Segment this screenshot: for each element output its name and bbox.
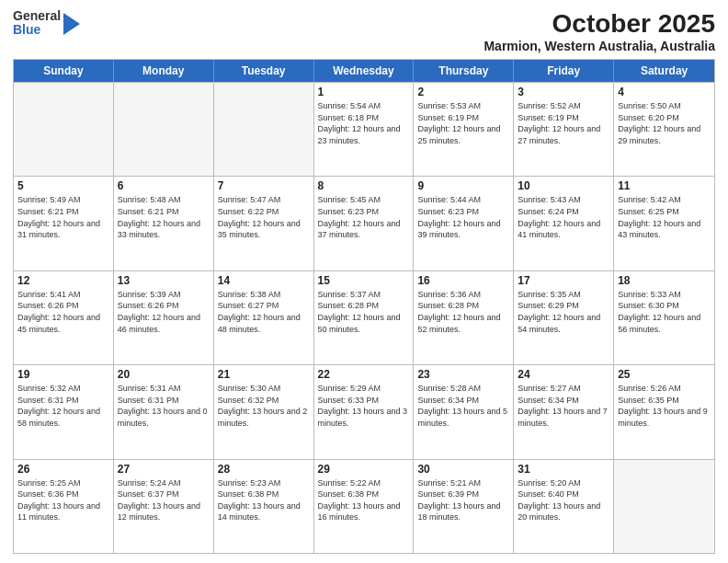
weekday-header: Wednesday — [314, 60, 415, 82]
cell-day-number: 23 — [417, 368, 509, 381]
cell-info: Sunrise: 5:26 AMSunset: 6:35 PMDaylight:… — [618, 383, 711, 429]
cell-info: Sunrise: 5:30 AMSunset: 6:32 PMDaylight:… — [218, 383, 310, 429]
cell-day-number: 18 — [618, 274, 711, 287]
cell-info: Sunrise: 5:21 AMSunset: 6:39 PMDaylight:… — [417, 477, 509, 523]
cell-day-number: 10 — [518, 179, 609, 192]
cell-info: Sunrise: 5:27 AMSunset: 6:34 PMDaylight:… — [518, 383, 609, 429]
calendar-cell: 1Sunrise: 5:54 AMSunset: 6:18 PMDaylight… — [314, 83, 415, 176]
calendar-header: SundayMondayTuesdayWednesdayThursdayFrid… — [14, 60, 714, 82]
calendar-cell — [14, 83, 114, 176]
cell-info: Sunrise: 5:54 AMSunset: 6:18 PMDaylight:… — [318, 100, 410, 146]
cell-info: Sunrise: 5:24 AMSunset: 6:37 PMDaylight:… — [118, 477, 210, 523]
cell-day-number: 13 — [118, 274, 210, 287]
calendar-cell: 29Sunrise: 5:22 AMSunset: 6:38 PMDayligh… — [314, 460, 415, 553]
cell-info: Sunrise: 5:52 AMSunset: 6:19 PMDaylight:… — [518, 100, 609, 146]
calendar-cell: 13Sunrise: 5:39 AMSunset: 6:26 PMDayligh… — [114, 271, 214, 364]
calendar-row: 26Sunrise: 5:25 AMSunset: 6:36 PMDayligh… — [14, 459, 714, 553]
cell-info: Sunrise: 5:50 AMSunset: 6:20 PMDaylight:… — [618, 100, 711, 146]
cell-info: Sunrise: 5:43 AMSunset: 6:24 PMDaylight:… — [518, 194, 609, 240]
cell-info: Sunrise: 5:53 AMSunset: 6:19 PMDaylight:… — [417, 100, 509, 146]
calendar-cell — [114, 83, 214, 176]
cell-day-number: 4 — [618, 86, 711, 98]
page-subtitle: Marmion, Western Australia, Australia — [483, 39, 715, 53]
cell-day-number: 22 — [318, 368, 410, 381]
cell-info: Sunrise: 5:28 AMSunset: 6:34 PMDaylight:… — [417, 383, 509, 429]
cell-day-number: 7 — [218, 179, 310, 192]
cell-info: Sunrise: 5:47 AMSunset: 6:22 PMDaylight:… — [218, 194, 310, 240]
calendar-cell: 30Sunrise: 5:21 AMSunset: 6:39 PMDayligh… — [414, 460, 514, 553]
header: General Blue October 2025 Marmion, Weste… — [13, 9, 715, 53]
cell-info: Sunrise: 5:25 AMSunset: 6:36 PMDaylight:… — [17, 477, 109, 523]
cell-info: Sunrise: 5:29 AMSunset: 6:33 PMDaylight:… — [318, 383, 410, 429]
calendar-row: 1Sunrise: 5:54 AMSunset: 6:18 PMDaylight… — [14, 82, 714, 176]
calendar: SundayMondayTuesdayWednesdayThursdayFrid… — [13, 59, 715, 554]
cell-info: Sunrise: 5:37 AMSunset: 6:28 PMDaylight:… — [318, 289, 410, 335]
cell-day-number: 9 — [417, 179, 509, 192]
calendar-cell: 25Sunrise: 5:26 AMSunset: 6:35 PMDayligh… — [614, 365, 714, 458]
calendar-cell: 8Sunrise: 5:45 AMSunset: 6:23 PMDaylight… — [314, 177, 415, 270]
cell-day-number: 2 — [417, 86, 509, 98]
calendar-cell: 12Sunrise: 5:41 AMSunset: 6:26 PMDayligh… — [14, 271, 114, 364]
cell-info: Sunrise: 5:41 AMSunset: 6:26 PMDaylight:… — [17, 289, 109, 335]
logo: General Blue — [13, 9, 80, 38]
cell-day-number: 17 — [518, 274, 609, 287]
calendar-cell — [214, 83, 314, 176]
weekday-header: Sunday — [14, 60, 114, 82]
cell-day-number: 19 — [17, 368, 109, 381]
calendar-cell: 21Sunrise: 5:30 AMSunset: 6:32 PMDayligh… — [214, 365, 314, 458]
cell-day-number: 31 — [518, 463, 609, 476]
cell-day-number: 28 — [218, 463, 310, 476]
calendar-cell: 27Sunrise: 5:24 AMSunset: 6:37 PMDayligh… — [114, 460, 214, 553]
cell-day-number: 14 — [218, 274, 310, 287]
weekday-header: Thursday — [414, 60, 514, 82]
cell-info: Sunrise: 5:23 AMSunset: 6:38 PMDaylight:… — [218, 477, 310, 523]
calendar-cell: 7Sunrise: 5:47 AMSunset: 6:22 PMDaylight… — [214, 177, 314, 270]
calendar-cell: 11Sunrise: 5:42 AMSunset: 6:25 PMDayligh… — [614, 177, 714, 270]
calendar-cell: 6Sunrise: 5:48 AMSunset: 6:21 PMDaylight… — [114, 177, 214, 270]
page-title: October 2025 — [483, 9, 715, 39]
cell-day-number: 15 — [318, 274, 410, 287]
calendar-cell: 9Sunrise: 5:44 AMSunset: 6:23 PMDaylight… — [414, 177, 514, 270]
calendar-row: 5Sunrise: 5:49 AMSunset: 6:21 PMDaylight… — [14, 176, 714, 270]
calendar-cell: 18Sunrise: 5:33 AMSunset: 6:30 PMDayligh… — [614, 271, 714, 364]
cell-day-number: 5 — [17, 179, 109, 192]
calendar-cell: 10Sunrise: 5:43 AMSunset: 6:24 PMDayligh… — [514, 177, 614, 270]
calendar-row: 19Sunrise: 5:32 AMSunset: 6:31 PMDayligh… — [14, 364, 714, 458]
weekday-header: Tuesday — [214, 60, 314, 82]
cell-info: Sunrise: 5:32 AMSunset: 6:31 PMDaylight:… — [17, 383, 109, 429]
cell-info: Sunrise: 5:31 AMSunset: 6:31 PMDaylight:… — [118, 383, 210, 429]
calendar-cell: 4Sunrise: 5:50 AMSunset: 6:20 PMDaylight… — [614, 83, 714, 176]
cell-day-number: 27 — [118, 463, 210, 476]
cell-day-number: 26 — [17, 463, 109, 476]
cell-day-number: 3 — [518, 86, 609, 98]
cell-info: Sunrise: 5:42 AMSunset: 6:25 PMDaylight:… — [618, 194, 711, 240]
weekday-header: Monday — [114, 60, 214, 82]
cell-info: Sunrise: 5:39 AMSunset: 6:26 PMDaylight:… — [118, 289, 210, 335]
cell-day-number: 8 — [318, 179, 410, 192]
calendar-cell: 23Sunrise: 5:28 AMSunset: 6:34 PMDayligh… — [414, 365, 514, 458]
cell-info: Sunrise: 5:35 AMSunset: 6:29 PMDaylight:… — [518, 289, 609, 335]
calendar-cell: 19Sunrise: 5:32 AMSunset: 6:31 PMDayligh… — [14, 365, 114, 458]
calendar-cell: 22Sunrise: 5:29 AMSunset: 6:33 PMDayligh… — [314, 365, 415, 458]
calendar-cell: 31Sunrise: 5:20 AMSunset: 6:40 PMDayligh… — [514, 460, 614, 553]
cell-day-number: 30 — [417, 463, 509, 476]
page: General Blue October 2025 Marmion, Weste… — [0, 0, 728, 563]
calendar-cell: 3Sunrise: 5:52 AMSunset: 6:19 PMDaylight… — [514, 83, 614, 176]
weekday-header: Saturday — [614, 60, 714, 82]
cell-day-number: 24 — [518, 368, 609, 381]
calendar-cell: 26Sunrise: 5:25 AMSunset: 6:36 PMDayligh… — [14, 460, 114, 553]
cell-day-number: 20 — [118, 368, 210, 381]
cell-day-number: 1 — [318, 86, 410, 98]
calendar-cell: 16Sunrise: 5:36 AMSunset: 6:28 PMDayligh… — [414, 271, 514, 364]
calendar-cell: 15Sunrise: 5:37 AMSunset: 6:28 PMDayligh… — [314, 271, 415, 364]
cell-day-number: 29 — [318, 463, 410, 476]
calendar-cell: 28Sunrise: 5:23 AMSunset: 6:38 PMDayligh… — [214, 460, 314, 553]
title-block: October 2025 Marmion, Western Australia,… — [483, 9, 715, 53]
cell-info: Sunrise: 5:20 AMSunset: 6:40 PMDaylight:… — [518, 477, 609, 523]
calendar-body: 1Sunrise: 5:54 AMSunset: 6:18 PMDaylight… — [14, 82, 714, 553]
calendar-cell: 14Sunrise: 5:38 AMSunset: 6:27 PMDayligh… — [214, 271, 314, 364]
calendar-row: 12Sunrise: 5:41 AMSunset: 6:26 PMDayligh… — [14, 270, 714, 364]
logo-blue: Blue — [13, 23, 61, 37]
cell-day-number: 21 — [218, 368, 310, 381]
cell-info: Sunrise: 5:48 AMSunset: 6:21 PMDaylight:… — [118, 194, 210, 240]
